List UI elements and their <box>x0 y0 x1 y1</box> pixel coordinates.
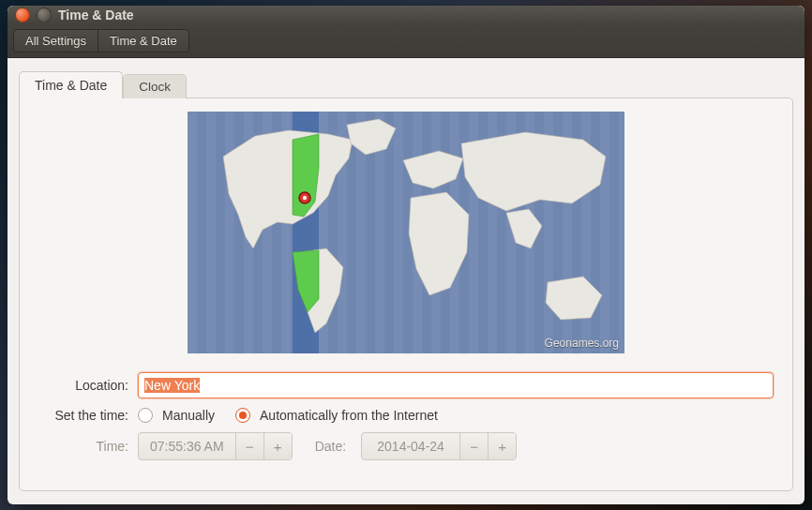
titlebar: Time & Date <box>8 6 804 24</box>
radio-automatic[interactable] <box>235 408 250 423</box>
date-value: 2014-04-24 <box>362 433 459 459</box>
breadcrumb: All Settings Time & Date <box>8 24 804 58</box>
radio-manually[interactable] <box>138 408 153 423</box>
tab-row: Time & Date Clock <box>19 69 793 98</box>
world-map-icon <box>188 112 624 353</box>
timezone-map[interactable]: Geonames.org <box>188 112 624 353</box>
set-time-label: Set the time: <box>38 408 128 423</box>
time-date-row: Time: 07:55:36 AM − + Date: 2014-04-24 −… <box>35 432 777 460</box>
tab-clock[interactable]: Clock <box>123 74 187 98</box>
time-label: Time: <box>38 439 128 454</box>
tab-pane-time-and-date: Geonames.org Location: Set the time: Man… <box>19 98 793 491</box>
tab-time-and-date[interactable]: Time & Date <box>19 71 123 98</box>
content-body: Time & Date Clock <box>8 58 804 504</box>
settings-window: Time & Date All Settings Time & Date Tim… <box>8 6 804 504</box>
breadcrumb-all-settings[interactable]: All Settings <box>13 29 98 52</box>
minimize-icon[interactable] <box>37 8 52 22</box>
time-decrement-button[interactable]: − <box>235 433 263 459</box>
radio-manually-label[interactable]: Manually <box>162 408 215 423</box>
close-icon[interactable] <box>15 8 30 22</box>
date-decrement-button[interactable]: − <box>459 433 488 459</box>
location-row: Location: <box>35 372 777 398</box>
location-label: Location: <box>38 378 128 393</box>
radio-automatic-label[interactable]: Automatically from the Internet <box>260 408 438 423</box>
time-increment-button[interactable]: + <box>263 433 292 459</box>
map-credit: Geonames.org <box>545 337 619 350</box>
time-value: 07:55:36 AM <box>139 433 235 459</box>
time-stepper: 07:55:36 AM − + <box>138 432 293 460</box>
breadcrumb-time-date[interactable]: Time & Date <box>98 29 189 52</box>
date-increment-button[interactable]: + <box>488 433 516 459</box>
date-stepper: 2014-04-24 − + <box>361 432 517 460</box>
location-input[interactable] <box>138 372 774 398</box>
svg-point-5 <box>303 196 307 200</box>
set-time-row: Set the time: Manually Automatically fro… <box>35 408 777 423</box>
window-title: Time & Date <box>58 8 134 22</box>
date-label: Date: <box>315 439 346 454</box>
